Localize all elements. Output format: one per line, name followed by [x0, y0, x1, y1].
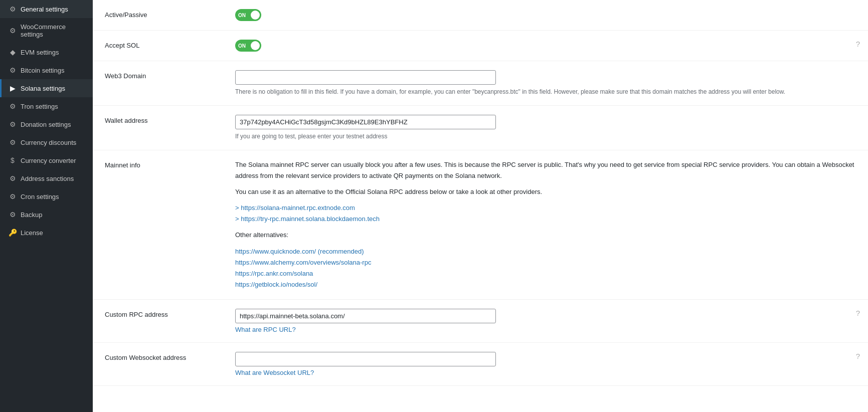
settings-container: Active/PassiveONAccept SOLON?Web3 Domain… — [93, 0, 868, 386]
sidebar-item-currency-converter[interactable]: $Currency converter — [0, 151, 93, 169]
mainnet-info-arrow-link-1[interactable]: > https://try-rpc.mainnet.solana.blockda… — [235, 214, 856, 225]
custom-websocket-address-help-icon[interactable]: ? — [856, 352, 860, 360]
web3-domain-input[interactable] — [235, 70, 496, 85]
custom-rpc-address-help-icon[interactable]: ? — [856, 309, 860, 317]
sidebar-label-cron-settings: Cron settings — [21, 193, 59, 200]
accept-sol-toggle-label: ON — [238, 43, 246, 49]
sidebar-label-solana-settings: Solana settings — [21, 85, 65, 92]
settings-label-custom-websocket-address: Custom Websocket address — [105, 352, 235, 361]
mainnet-info-other-link-0[interactable]: https://www.quicknode.com/ (recommended) — [235, 246, 856, 257]
web3-domain-hint: There is no obligation to fill in this f… — [235, 87, 856, 96]
settings-label-wallet-address: Wallet address — [105, 115, 235, 124]
sidebar-label-address-sanctions: Address sanctions — [21, 175, 74, 182]
donation-settings-icon: ⚙ — [9, 120, 17, 128]
custom-websocket-address-input[interactable] — [235, 352, 496, 366]
sidebar-item-bitcoin-settings[interactable]: ⚙Bitcoin settings — [0, 61, 93, 79]
mainnet-info-other-link-1[interactable]: https://www.alchemy.com/overviews/solana… — [235, 257, 856, 268]
sidebar-label-bitcoin-settings: Bitcoin settings — [21, 67, 64, 74]
settings-row-custom-websocket-address: Custom Websocket addressWhat are Websock… — [93, 343, 868, 386]
active-passive-toggle[interactable]: ON — [235, 9, 261, 21]
mainnet-info-other-label: Other alternatives: — [235, 230, 856, 241]
accept-sol-help-icon[interactable]: ? — [856, 40, 860, 48]
currency-converter-icon: $ — [9, 156, 17, 164]
custom-rpc-address-link-wrapper: What are RPC URL? — [235, 326, 856, 333]
settings-control-accept-sol: ON — [235, 40, 856, 52]
custom-rpc-address-input[interactable] — [235, 309, 496, 323]
mainnet-info-other-link-3[interactable]: https://getblock.io/nodes/sol/ — [235, 279, 856, 290]
settings-row-custom-rpc-address: Custom RPC addressWhat are RPC URL?? — [93, 300, 868, 343]
sidebar-item-solana-settings[interactable]: ▶Solana settings — [0, 79, 93, 97]
settings-label-active-passive: Active/Passive — [105, 9, 235, 19]
settings-control-active-passive: ON — [235, 9, 856, 21]
settings-label-accept-sol: Accept SOL — [105, 40, 235, 49]
mainnet-info-paragraph-0: The Solana mainnet RPC server can usuall… — [235, 159, 856, 181]
settings-row-wallet-address: Wallet addressIf you are going to test, … — [93, 106, 868, 150]
main-content: Active/PassiveONAccept SOLON?Web3 Domain… — [93, 0, 868, 412]
settings-control-wallet-address: If you are going to test, please enter y… — [235, 115, 856, 141]
solana-settings-icon: ▶ — [9, 84, 17, 92]
settings-control-custom-websocket-address: What are Websocket URL? — [235, 352, 856, 376]
settings-label-mainnet-info: Mainnet info — [105, 159, 235, 169]
sidebar-label-evm-settings: EVM settings — [21, 49, 59, 56]
address-sanctions-icon: ⚙ — [9, 174, 17, 182]
tron-settings-icon: ⚙ — [9, 102, 17, 110]
mainnet-info-arrow-link-0[interactable]: > https://solana-mainnet.rpc.extnode.com — [235, 202, 856, 214]
sidebar-label-currency-discounts: Currency discounts — [21, 139, 76, 146]
license-icon: 🔑 — [9, 229, 17, 237]
settings-row-active-passive: Active/PassiveON — [93, 0, 868, 31]
mainnet-info-paragraph-1: You can use it as an alternative to the … — [235, 186, 856, 197]
active-passive-toggle-label: ON — [238, 13, 246, 18]
sidebar-item-license[interactable]: 🔑License — [0, 224, 93, 242]
settings-control-web3-domain: There is no obligation to fill in this f… — [235, 70, 856, 96]
wallet-address-input[interactable] — [235, 115, 496, 129]
sidebar-item-tron-settings[interactable]: ⚙Tron settings — [0, 97, 93, 115]
bitcoin-settings-icon: ⚙ — [9, 66, 17, 74]
sidebar-label-tron-settings: Tron settings — [21, 103, 58, 110]
sidebar-item-cron-settings[interactable]: ⚙Cron settings — [0, 187, 93, 205]
sidebar-item-donation-settings[interactable]: ⚙Donation settings — [0, 115, 93, 133]
settings-control-mainnet-info: The Solana mainnet RPC server can usuall… — [235, 159, 856, 290]
settings-row-mainnet-info: Mainnet infoThe Solana mainnet RPC serve… — [93, 150, 868, 300]
sidebar-item-currency-discounts[interactable]: ⚙Currency discounts — [0, 133, 93, 151]
wallet-address-hint: If you are going to test, please enter y… — [235, 132, 856, 141]
sidebar: ⚙General settings⚙WooCommerce settings◆E… — [0, 0, 93, 412]
settings-row-accept-sol: Accept SOLON? — [93, 31, 868, 61]
custom-websocket-address-link-wrapper: What are Websocket URL? — [235, 369, 856, 376]
sidebar-item-address-sanctions[interactable]: ⚙Address sanctions — [0, 169, 93, 187]
sidebar-label-backup: Backup — [21, 211, 42, 219]
sidebar-label-donation-settings: Donation settings — [21, 121, 71, 128]
sidebar-label-woocommerce-settings: WooCommerce settings — [21, 23, 86, 38]
sidebar-item-general-settings[interactable]: ⚙General settings — [0, 0, 93, 18]
sidebar-item-backup[interactable]: ⚙Backup — [0, 205, 93, 224]
settings-control-custom-rpc-address: What are RPC URL? — [235, 309, 856, 333]
sidebar-item-evm-settings[interactable]: ◆EVM settings — [0, 43, 93, 61]
general-settings-icon: ⚙ — [9, 5, 17, 13]
cron-settings-icon: ⚙ — [9, 192, 17, 200]
backup-icon: ⚙ — [9, 211, 17, 219]
mainnet-info-info: The Solana mainnet RPC server can usuall… — [235, 159, 856, 290]
settings-label-custom-rpc-address: Custom RPC address — [105, 309, 235, 318]
sidebar-label-license: License — [21, 229, 43, 237]
currency-discounts-icon: ⚙ — [9, 138, 17, 146]
sidebar-item-woocommerce-settings[interactable]: ⚙WooCommerce settings — [0, 18, 93, 43]
custom-websocket-address-link[interactable]: What are Websocket URL? — [235, 369, 314, 376]
sidebar-label-general-settings: General settings — [21, 6, 68, 13]
active-passive-toggle-knob — [251, 11, 260, 20]
sidebar-label-currency-converter: Currency converter — [21, 157, 76, 164]
mainnet-info-other-link-2[interactable]: https://rpc.ankr.com/solana — [235, 268, 856, 279]
custom-rpc-address-link[interactable]: What are RPC URL? — [235, 326, 296, 333]
accept-sol-toggle-knob — [251, 41, 260, 50]
evm-settings-icon: ◆ — [9, 48, 17, 56]
settings-row-web3-domain: Web3 DomainThere is no obligation to fil… — [93, 61, 868, 106]
woocommerce-settings-icon: ⚙ — [9, 27, 17, 35]
settings-label-web3-domain: Web3 Domain — [105, 70, 235, 80]
accept-sol-toggle[interactable]: ON — [235, 40, 261, 52]
